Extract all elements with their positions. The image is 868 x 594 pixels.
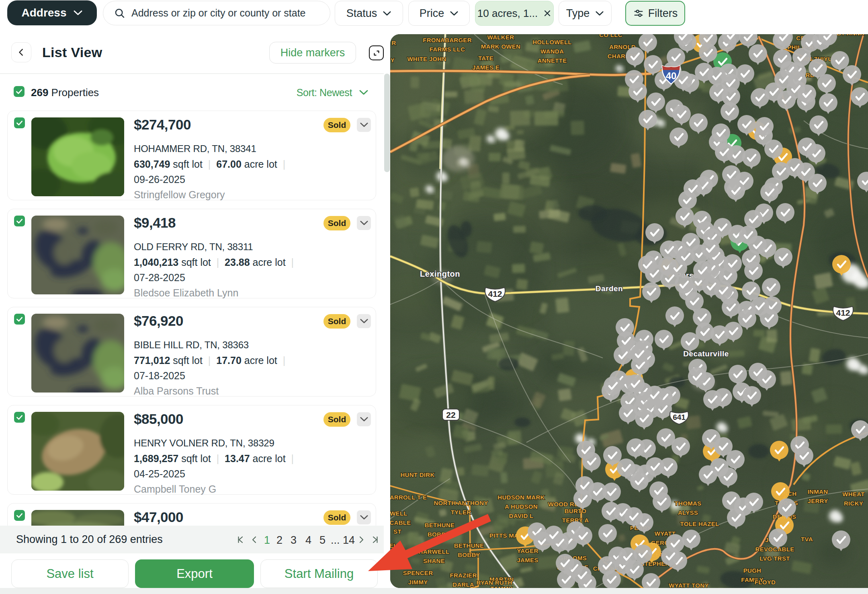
svg-text:DAVID L: DAVID L — [509, 512, 534, 519]
svg-text:RICKY: RICKY — [844, 500, 863, 507]
svg-text:REVOCABLE: REVOCABLE — [755, 546, 794, 553]
svg-text:WHITE JOHN: WHITE JOHN — [407, 55, 446, 62]
svg-text:LVG TRST: LVG TRST — [760, 555, 790, 562]
svg-text:641: 641 — [673, 413, 686, 421]
svg-text:JAMES: JAMES — [517, 557, 538, 563]
svg-text:WALKER: WALKER — [487, 34, 514, 41]
svg-text:HUNT DIRK: HUNT DIRK — [400, 471, 434, 478]
svg-text:JERRY: JERRY — [808, 497, 828, 504]
svg-text:Lexington: Lexington — [420, 269, 460, 278]
svg-text:Darden: Darden — [596, 284, 623, 293]
svg-text:40: 40 — [666, 70, 677, 81]
svg-text:FRONABARGER: FRONABARGER — [423, 37, 472, 43]
svg-text:WYATT TONY: WYATT TONY — [669, 582, 708, 588]
svg-text:ANNETTE: ANNETTE — [538, 57, 567, 64]
svg-text:412: 412 — [488, 289, 502, 298]
svg-text:MARK OWEN: MARK OWEN — [481, 43, 521, 50]
svg-text:HUDSON MARK: HUDSON MARK — [497, 494, 545, 501]
svg-text:YAGER: YAGER — [517, 547, 538, 554]
svg-text:CO LLC: CO LLC — [599, 34, 622, 38]
svg-text:FLOYD: FLOYD — [755, 579, 776, 586]
svg-text:FARMS LLC: FARMS LLC — [430, 46, 465, 53]
svg-text:INMAN: INMAN — [808, 488, 828, 495]
svg-text:HOLLOWELL: HOLLOWELL — [532, 39, 572, 45]
svg-text:PUGH: PUGH — [743, 567, 762, 574]
svg-text:ARROLL T E: ARROLL T E — [390, 494, 427, 501]
svg-text:TOLE HAZEL: TOLE HAZEL — [680, 520, 719, 527]
svg-text:Y: Y — [391, 57, 395, 64]
svg-text:22: 22 — [446, 410, 455, 419]
svg-text:TATE: TATE — [478, 55, 493, 62]
svg-text:THOMAS: THOMAS — [675, 500, 702, 507]
svg-text:JAMES E: JAMES E — [472, 64, 500, 71]
svg-text:WANDA: WANDA — [540, 48, 564, 55]
svg-text:ALYSS: ALYSS — [678, 509, 698, 516]
svg-text:TVA: TVA — [801, 536, 813, 543]
svg-text:WHEAT: WHEAT — [842, 491, 864, 497]
svg-text:412: 412 — [836, 308, 850, 317]
svg-text:R: R — [391, 39, 396, 46]
svg-text:A HUDSON: A HUDSON — [505, 503, 538, 510]
